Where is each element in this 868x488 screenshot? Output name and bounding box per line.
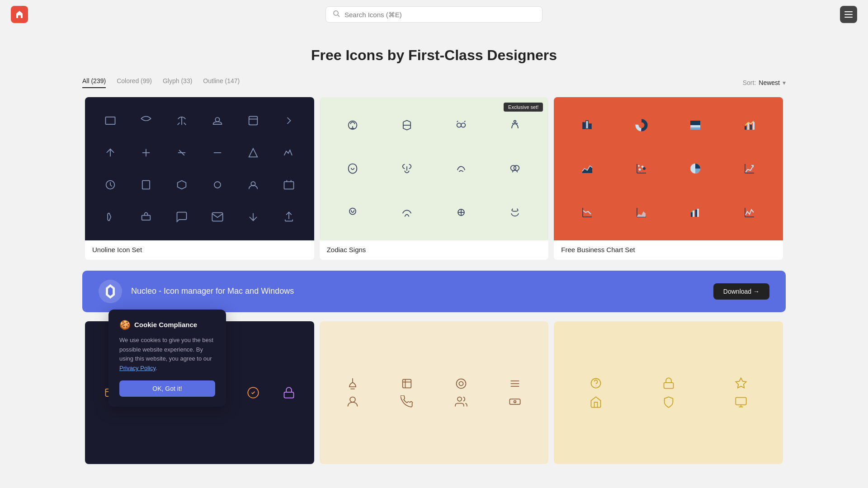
header — [0, 0, 868, 29]
mini-icon-chart — [725, 193, 774, 231]
mini-icon — [94, 202, 126, 231]
mini-icon-zodiac — [382, 106, 431, 144]
mini-icon — [708, 396, 774, 408]
card-image-unoline — [85, 97, 314, 240]
card-image-row2-peach — [320, 321, 549, 465]
svg-point-53 — [643, 167, 646, 170]
svg-marker-11 — [249, 148, 258, 157]
card-row2-peach[interactable] — [320, 321, 549, 465]
cookie-body: We use cookies to give you the best poss… — [119, 336, 215, 373]
mini-icon — [437, 395, 486, 408]
svg-rect-45 — [745, 126, 746, 130]
mini-icon-chart — [671, 150, 720, 188]
mini-icon — [201, 170, 233, 199]
card-image-zodiac: Exclusive set! — [320, 97, 549, 240]
cookie-ok-button[interactable]: OK, Got it! — [119, 380, 215, 397]
svg-rect-2 — [105, 117, 115, 124]
mini-icon — [329, 395, 377, 408]
mini-icon — [382, 377, 431, 390]
tabs-row: All (239) Colored (99) Glyph (33) Outlin… — [0, 77, 868, 88]
privacy-policy-link[interactable]: Privacy Policy — [119, 365, 156, 371]
svg-rect-4 — [249, 116, 258, 125]
mini-icon — [237, 138, 269, 167]
search-input[interactable] — [344, 11, 535, 19]
sort-label: Sort: — [743, 79, 756, 86]
svg-rect-13 — [142, 181, 149, 189]
card-image-row2-gold — [554, 321, 783, 465]
mini-icon — [165, 170, 198, 199]
card-unoline[interactable]: Unoline Icon Set — [85, 97, 314, 260]
mini-icon — [237, 202, 269, 231]
mini-icon-chart — [563, 150, 612, 188]
menu-button[interactable] — [840, 6, 857, 23]
mini-icon — [130, 202, 162, 231]
card-zodiac[interactable]: Exclusive set! Zodiac Signs — [320, 97, 549, 260]
chevron-down-icon: ▾ — [783, 79, 786, 86]
svg-line-35 — [517, 208, 518, 210]
mini-icon-chart — [725, 106, 774, 144]
tab-outline[interactable]: Outline (147) — [203, 77, 240, 88]
exclusive-badge: Exclusive set! — [504, 103, 543, 112]
mini-icon-zodiac — [491, 106, 540, 144]
svg-point-23 — [461, 123, 465, 127]
search-bar[interactable] — [326, 6, 542, 23]
mini-icon — [165, 106, 198, 135]
mini-icon-zodiac — [329, 106, 377, 144]
tab-colored[interactable]: Colored (99) — [117, 77, 152, 88]
cookie-emoji: 🍪 — [119, 319, 131, 330]
download-button[interactable]: Download → — [713, 283, 769, 300]
card-business-chart[interactable]: Free Business Chart Set — [554, 97, 783, 260]
search-icon — [333, 10, 340, 19]
cookie-title-row: 🍪 Cookie Compliance — [119, 319, 215, 330]
mini-icon-zodiac — [329, 150, 377, 188]
mini-icon — [382, 395, 431, 408]
mini-icon — [273, 170, 305, 199]
svg-rect-46 — [747, 123, 749, 130]
mini-icon — [237, 386, 269, 399]
svg-rect-85 — [664, 383, 673, 389]
mini-icon-zodiac — [437, 106, 486, 144]
svg-rect-65 — [697, 209, 699, 217]
svg-rect-87 — [736, 397, 746, 404]
logo[interactable] — [11, 6, 28, 23]
svg-point-83 — [514, 401, 516, 403]
mini-icon-zodiac — [382, 193, 431, 231]
svg-point-52 — [641, 166, 643, 168]
svg-rect-44 — [690, 127, 700, 130]
svg-point-80 — [456, 379, 466, 388]
svg-point-0 — [334, 11, 338, 15]
card-label-zodiac: Zodiac Signs — [320, 240, 549, 260]
mini-icon-zodiac — [437, 150, 486, 188]
mini-icon — [273, 106, 305, 135]
cookie-modal: 🍪 Cookie Compliance We use cookies to gi… — [108, 310, 226, 407]
tab-all[interactable]: All (239) — [82, 77, 106, 88]
sort-control: Sort: Newest ▾ — [743, 79, 786, 86]
card-label-business-chart: Free Business Chart Set — [554, 240, 783, 260]
mini-icon — [237, 170, 269, 199]
mini-icon — [130, 170, 162, 199]
svg-point-22 — [457, 123, 461, 127]
svg-marker-14 — [177, 181, 186, 189]
svg-rect-47 — [750, 125, 752, 130]
mini-icon-chart — [563, 106, 612, 144]
svg-point-41 — [640, 123, 643, 127]
sort-value[interactable]: Newest — [759, 79, 780, 86]
svg-rect-43 — [690, 125, 700, 127]
mini-icon — [636, 377, 702, 389]
tab-glyph[interactable]: Glyph (33) — [163, 77, 192, 88]
svg-point-54 — [638, 165, 640, 167]
card-row2-gold[interactable] — [554, 321, 783, 465]
mini-icon — [94, 106, 126, 135]
menu-line — [844, 17, 853, 18]
mini-icon — [563, 377, 629, 389]
mini-icon-chart — [617, 106, 666, 144]
svg-point-82 — [458, 397, 462, 401]
svg-rect-36 — [583, 122, 585, 129]
card-image-business-chart — [554, 97, 783, 240]
svg-rect-20 — [142, 216, 150, 221]
mini-icon — [491, 377, 540, 390]
mini-icon — [94, 138, 126, 167]
mini-icon — [491, 395, 540, 408]
svg-point-15 — [214, 182, 221, 188]
mini-icon — [130, 106, 162, 135]
